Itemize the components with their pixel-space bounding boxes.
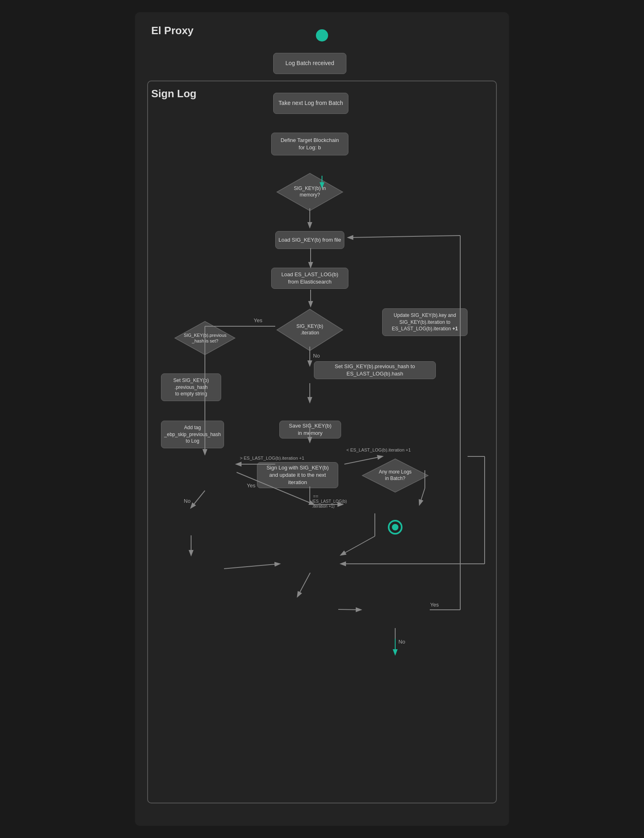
svg-text:> ES_LAST_LOG(b).iteration +1: > ES_LAST_LOG(b).iteration +1	[240, 456, 304, 460]
svg-text:No: No	[184, 498, 191, 504]
sign-log-label: Sign Log	[151, 87, 196, 100]
svg-text:< ES_LAST_LOG(b).iteration +1: < ES_LAST_LOG(b).iteration +1	[346, 447, 411, 452]
end-circle	[388, 520, 402, 535]
add-tag-box: Add tag _ebp_skip_previous_hash to Log	[161, 421, 224, 448]
svg-text:Yes: Yes	[254, 317, 263, 323]
sig-key-iteration-diamond: SIG_KEY(b).iteration	[275, 308, 344, 352]
load-es-last-log-box: Load ES_LAST_LOG(b) from Elasticsearch	[271, 268, 348, 289]
el-proxy-label: El Proxy	[151, 24, 194, 37]
svg-line-32	[341, 536, 375, 555]
set-prev-hash-empty-box: Set SIG_KEY(b) .previous_hash to empty s…	[161, 373, 221, 401]
svg-line-37	[224, 564, 279, 569]
svg-text:Yes: Yes	[430, 602, 439, 608]
svg-text:(ES_LAST_LOG(b): (ES_LAST_LOG(b)	[312, 499, 347, 504]
update-sig-key-box: Update SIG_KEY(b).key andSIG_KEY(b).iter…	[382, 308, 468, 336]
take-next-log-box: Take next Log from Batch	[273, 93, 348, 114]
svg-text:.iteration +1): .iteration +1)	[312, 504, 335, 508]
save-sig-key-box: Save SIG_KEY(b) in memory	[279, 421, 341, 439]
svg-line-38	[298, 573, 310, 596]
svg-line-25	[191, 491, 205, 508]
start-circle	[316, 29, 328, 41]
svg-text:Yes: Yes	[247, 482, 256, 489]
diagram-container: El Proxy Sign Log Log Batch received Tak…	[135, 12, 509, 826]
define-target-box: Define Target Blockchain for Log: b	[271, 133, 348, 155]
set-prev-hash-es-box: Set SIG_KEY(b).previous_hash to ES_LAST_…	[314, 361, 436, 379]
end-circle-inner	[392, 524, 398, 530]
svg-text:==: ==	[313, 494, 318, 499]
svg-line-39	[338, 609, 361, 610]
svg-text:No: No	[313, 353, 320, 359]
sig-key-memory-diamond: SIG_KEY(b) inmemory?	[275, 172, 344, 212]
svg-text:No: No	[398, 639, 405, 645]
log-batch-received-box: Log Batch received	[273, 53, 346, 74]
prev-hash-set-diamond: SIG_KEY(b).previous_hash is set?	[174, 320, 237, 356]
sign-log-box: Sign Log with SIG_KEY(b) and update it t…	[257, 462, 338, 488]
svg-line-42	[348, 236, 460, 238]
any-more-logs-diamond: Any more Logsin Batch?	[361, 457, 430, 494]
load-sig-key-box: Load SIG_KEY(b) from file	[275, 231, 344, 249]
